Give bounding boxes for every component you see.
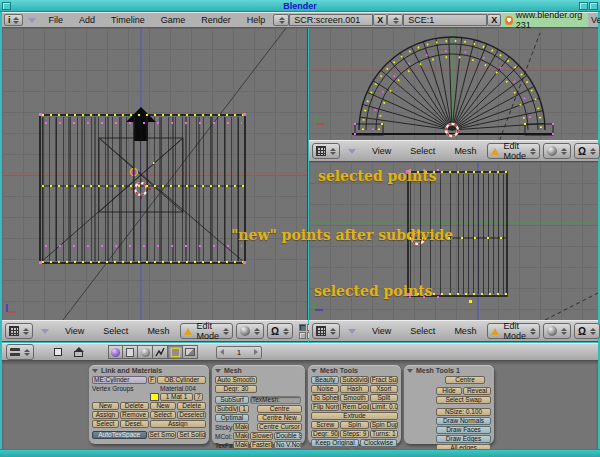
script-context-button[interactable] bbox=[123, 345, 138, 359]
panel-collapse-icon[interactable] bbox=[407, 369, 413, 373]
vgroup-new-button[interactable]: New bbox=[92, 402, 119, 410]
scene-browse-button[interactable] bbox=[387, 14, 403, 26]
window-maximize-button[interactable] bbox=[579, 2, 588, 10]
hide-button[interactable]: Hide bbox=[436, 387, 462, 395]
collapse-menu-icon[interactable] bbox=[28, 18, 36, 23]
vgroup-assign-button[interactable]: Assign bbox=[92, 411, 119, 419]
viewport-top[interactable] bbox=[309, 28, 598, 140]
home-button[interactable] bbox=[70, 345, 86, 359]
collapse-menu-icon[interactable] bbox=[41, 329, 49, 334]
reveal-button[interactable]: Reveal bbox=[463, 387, 491, 395]
editing-context-button[interactable] bbox=[168, 345, 183, 359]
panel-collapse-icon[interactable] bbox=[311, 369, 317, 373]
material-assign-button[interactable]: Assign bbox=[150, 420, 206, 428]
menu-mesh[interactable]: Mesh bbox=[139, 326, 177, 336]
vgroup-select-button[interactable]: Select bbox=[92, 420, 119, 428]
clockwise-toggle[interactable]: Clockwise bbox=[360, 439, 397, 447]
material-index-stepper[interactable]: 1 Mat 1 bbox=[160, 393, 193, 401]
viewport-type-button[interactable] bbox=[312, 323, 340, 339]
beauty-toggle[interactable]: Beauty bbox=[311, 376, 339, 384]
material-question-button[interactable]: ? bbox=[194, 393, 203, 401]
menu-render[interactable]: Render bbox=[193, 15, 239, 25]
panel-header[interactable]: Mesh Tools 1 bbox=[407, 366, 491, 375]
autotexspace-toggle[interactable]: AutoTexSpace bbox=[92, 431, 147, 439]
draw-edges-toggle[interactable]: Draw Edges bbox=[436, 435, 491, 443]
draw-faces-toggle[interactable]: Draw Faces bbox=[436, 426, 491, 434]
screen-browse-button[interactable] bbox=[273, 14, 289, 26]
fake-user-button[interactable]: F bbox=[148, 376, 157, 384]
mcol-make-button[interactable]: Make bbox=[233, 432, 249, 440]
centre-button[interactable]: Centre bbox=[445, 376, 485, 384]
material-select-button[interactable]: Select bbox=[150, 411, 177, 419]
to-sphere-button[interactable]: To Sphere bbox=[311, 394, 339, 402]
viewport-type-button[interactable] bbox=[312, 143, 340, 159]
screw-button[interactable]: Screw bbox=[311, 421, 339, 429]
limit-field[interactable]: Limit: 0.001 bbox=[370, 403, 398, 411]
extrude-button[interactable]: Extrude bbox=[311, 412, 398, 420]
no-vnormal-flip-toggle[interactable]: No V.Normal Flip bbox=[274, 441, 302, 449]
rem-doubles-button[interactable]: Rem Doub bbox=[340, 403, 368, 411]
material-deselect-button[interactable]: Deselect bbox=[177, 411, 206, 419]
screen-delete-button[interactable]: X bbox=[373, 14, 387, 26]
window-type-info-button[interactable]: i bbox=[4, 14, 23, 26]
collapse-menu-icon[interactable] bbox=[348, 329, 356, 334]
window-close-button[interactable] bbox=[589, 2, 598, 10]
smooth-button[interactable]: Smooth bbox=[340, 394, 368, 402]
centre-cursor-button[interactable]: Centre Cursor bbox=[257, 423, 302, 431]
logic-context-button[interactable] bbox=[108, 345, 123, 359]
nsize-field[interactable]: NSize: 0.100 bbox=[436, 408, 491, 416]
collapse-menu-icon[interactable] bbox=[348, 149, 356, 154]
degr-field[interactable]: Degr: 90 bbox=[311, 430, 339, 438]
optimal-toggle[interactable]: Optimal bbox=[215, 414, 249, 422]
noise-button[interactable]: Noise bbox=[311, 385, 339, 393]
menu-game[interactable]: Game bbox=[153, 15, 194, 25]
object-context-button[interactable] bbox=[153, 345, 168, 359]
material-new-button[interactable]: New bbox=[150, 402, 177, 410]
panel-collapse-icon[interactable] bbox=[215, 369, 221, 373]
vgroup-deselect-button[interactable]: Desel. bbox=[120, 420, 149, 428]
subdivide-button[interactable]: Subdivide bbox=[340, 376, 368, 384]
menu-select[interactable]: Select bbox=[402, 146, 443, 156]
slower-draw-button[interactable]: SlowerDraw bbox=[250, 432, 273, 440]
viewport-type-button[interactable] bbox=[5, 323, 33, 339]
turns-field[interactable]: Turns: 1 bbox=[370, 430, 398, 438]
panel-header[interactable]: Mesh bbox=[215, 366, 302, 375]
panel-header[interactable]: Link and Materials bbox=[92, 366, 206, 375]
menu-add[interactable]: Add bbox=[71, 15, 103, 25]
select-swap-button[interactable]: Select Swap bbox=[436, 396, 491, 404]
panel-collapse-icon[interactable] bbox=[92, 369, 98, 373]
scene-name-field[interactable]: SCE:1 bbox=[403, 14, 487, 26]
viewport-front[interactable] bbox=[2, 28, 308, 320]
scene-delete-button[interactable]: X bbox=[487, 14, 501, 26]
title-bar[interactable]: Blender bbox=[0, 0, 600, 12]
material-delete-button[interactable]: Delete bbox=[177, 402, 206, 410]
centre-button[interactable]: Centre bbox=[257, 405, 302, 413]
panel-align-button[interactable] bbox=[50, 345, 66, 359]
spin-dup-button[interactable]: Spin Dup bbox=[370, 421, 398, 429]
mode-dropdown[interactable]: Edit Mode bbox=[487, 143, 540, 159]
draw-mode-dropdown[interactable] bbox=[543, 143, 571, 159]
fract-subd-button[interactable]: Fract Subd bbox=[370, 376, 398, 384]
proportional-edit-dropdown[interactable]: Ω bbox=[574, 143, 600, 159]
centre-new-button[interactable]: Centre New bbox=[257, 414, 302, 422]
frame-prev-icon[interactable] bbox=[220, 349, 224, 355]
hash-button[interactable]: Hash bbox=[340, 385, 368, 393]
split-button[interactable]: Split bbox=[370, 394, 398, 402]
frame-number-stepper[interactable]: 1 bbox=[216, 346, 262, 359]
window-type-buttons-button[interactable] bbox=[6, 344, 34, 360]
menu-select[interactable]: Select bbox=[95, 326, 136, 336]
spin-button[interactable]: Spin bbox=[340, 421, 368, 429]
subdiv-field[interactable]: Subdiv: 1 bbox=[215, 405, 238, 413]
vgroup-remove-button[interactable]: Remove bbox=[120, 411, 149, 419]
proportional-edit-dropdown[interactable]: Ω bbox=[267, 323, 293, 339]
faster-draw-button[interactable]: FasterDraw bbox=[250, 441, 273, 449]
vgroup-delete-button[interactable]: Delete bbox=[120, 402, 149, 410]
menu-mesh[interactable]: Mesh bbox=[446, 326, 484, 336]
menu-file[interactable]: File bbox=[41, 15, 72, 25]
menu-timeline[interactable]: Timeline bbox=[103, 15, 153, 25]
menu-view[interactable]: View bbox=[57, 326, 92, 336]
steps-field[interactable]: Steps: 9 bbox=[340, 430, 368, 438]
proportional-edit-dropdown[interactable]: Ω bbox=[574, 323, 600, 339]
draw-mode-dropdown[interactable] bbox=[543, 323, 571, 339]
panel-header[interactable]: Mesh Tools bbox=[311, 366, 398, 375]
